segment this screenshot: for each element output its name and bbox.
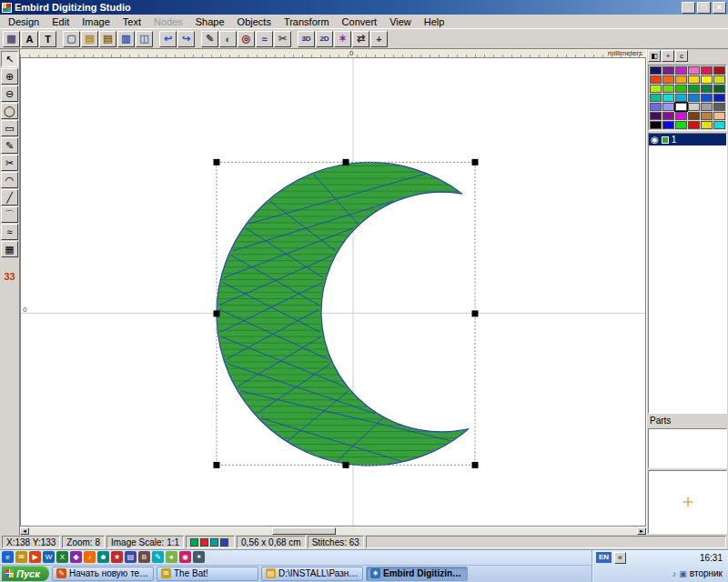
palette-color-30[interactable] [650,112,662,120]
palette-color-19[interactable] [662,94,674,102]
scroll-track[interactable] [29,527,637,535]
palette-color-23[interactable] [713,94,725,102]
undo-button[interactable]: ↩ [159,31,177,47]
palette-color-33[interactable] [688,112,700,120]
zoom-in-tool[interactable]: ⊕ [1,68,18,85]
parts-list[interactable] [648,428,727,468]
palette-config-button[interactable]: c [675,50,688,62]
menu-design[interactable]: Design [2,15,46,28]
ql-bat-icon[interactable]: B [138,551,150,563]
visibility-eye-icon[interactable]: ◉ [651,135,659,145]
palette-color-25[interactable] [662,103,674,111]
swap-button[interactable]: ⇄ [352,31,369,47]
palette-color-38[interactable] [675,121,687,129]
zoom-out-tool[interactable]: ⊖ [1,85,18,102]
crescent-shape[interactable] [217,162,469,465]
ql-music-icon[interactable]: ♪ [84,551,96,563]
open-design-button[interactable]: ▤ [99,31,116,47]
menu-image[interactable]: Image [76,15,116,28]
palette-color-40[interactable] [701,121,713,129]
grid-button[interactable]: ▦ [3,31,20,47]
selection-handle[interactable] [214,159,220,166]
ql-browser-icon[interactable]: e [2,551,14,563]
palette-color-16[interactable] [701,85,713,93]
tray-app-icon[interactable]: ▣ [679,569,687,578]
menu-convert[interactable]: Convert [336,15,384,28]
selection-handle[interactable] [343,159,349,166]
object-list[interactable]: ◉ 1 [648,133,727,414]
open-button[interactable]: ▤ [81,31,98,47]
selection-handle[interactable] [214,310,220,316]
ql-media-icon[interactable]: ▶ [29,551,41,563]
redo-button[interactable]: ↪ [177,31,195,47]
object-row-selected[interactable]: ◉ 1 [649,134,726,146]
palette-color-26[interactable] [675,103,687,111]
maximize-button[interactable]: □ [697,2,711,14]
ql-cd-icon[interactable]: ◉ [179,551,191,563]
text-t-button[interactable]: T [39,31,56,47]
palette-color-4[interactable] [701,66,713,75]
palette-color-7[interactable] [662,75,674,84]
ql-paint-icon[interactable]: ✎ [152,551,164,563]
palette-color-3[interactable] [688,66,700,75]
task-thebat[interactable]: ✉The Bat! [157,567,258,581]
view-2d-button[interactable]: 2D [316,31,333,47]
palette-color-20[interactable] [675,94,687,102]
tray-chevron-button[interactable]: « [614,552,626,564]
ql-excel-icon[interactable]: X [56,551,68,563]
ql-mail-icon[interactable]: ✉ [15,551,27,563]
palette-color-0[interactable] [650,66,662,75]
palette-prev-button[interactable]: ◧ [648,50,661,62]
palette-color-8[interactable] [675,75,687,84]
palette-color-32[interactable] [675,112,687,120]
rectangle-tool[interactable]: ▭ [1,120,18,136]
ellipse-tool[interactable]: ◯ [1,103,18,119]
ql-tools-icon[interactable]: ★ [111,551,123,563]
menu-transform[interactable]: Transform [278,15,336,28]
palette-color-31[interactable] [662,112,674,120]
design-canvas[interactable]: 0 [20,58,646,527]
palette-color-15[interactable] [688,85,700,93]
palette-color-22[interactable] [701,94,713,102]
selection-handle[interactable] [472,310,479,316]
selection-handle[interactable] [472,462,479,468]
save-button[interactable]: ▥ [117,31,135,47]
text-a-button[interactable]: A [21,31,38,47]
scroll-left-button[interactable]: ◄ [20,527,29,535]
palette-color-5[interactable] [713,66,725,75]
task-forum[interactable]: ✎Начать новую тему :: В... [52,567,154,581]
grid-tool[interactable]: ▦ [1,241,18,257]
task-folder[interactable]: ▤D:\INSTALL\Разное\Embird [261,567,363,581]
arc-tool[interactable]: ◠ [1,172,18,188]
scroll-thumb[interactable] [272,527,336,535]
palette-add-button[interactable]: + [662,50,674,62]
stitch-wave-button[interactable]: ≈ [256,31,273,47]
palette-color-14[interactable] [675,85,687,93]
menu-text[interactable]: Text [116,15,147,28]
line-tool[interactable]: ╱ [1,189,18,206]
selection-handle[interactable] [343,462,349,468]
freehand-button[interactable]: ✎ [201,31,218,47]
menu-help[interactable]: Help [418,15,451,28]
minimize-button[interactable]: _ [682,2,695,14]
ql-word-icon[interactable]: W [43,551,55,563]
palette-color-41[interactable] [713,121,725,129]
curve-tool[interactable]: ⌒ [1,206,18,223]
ql-folder-icon[interactable]: ▤ [125,551,136,563]
palette-color-11[interactable] [713,75,725,84]
export-button[interactable]: ◫ [136,31,153,47]
selection-handle[interactable] [472,159,479,166]
palette-color-6[interactable] [650,75,662,84]
palette-color-39[interactable] [688,121,700,129]
start-button[interactable]: Пуск [2,566,49,581]
palette-color-10[interactable] [701,75,713,84]
palette-color-29[interactable] [713,103,725,111]
ql-embird-icon[interactable]: ✶ [193,551,205,563]
fill-mode-button[interactable]: ◐ [219,31,237,47]
palette-color-24[interactable] [650,103,662,111]
freehand-tool[interactable]: ✎ [1,137,18,154]
palette-color-2[interactable] [675,66,687,75]
scroll-right-button[interactable]: ► [637,527,646,535]
palette-color-37[interactable] [662,121,674,129]
palette-color-17[interactable] [713,85,725,93]
